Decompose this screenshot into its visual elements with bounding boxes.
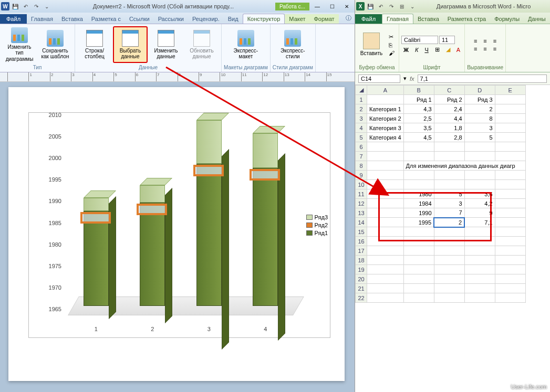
- spreadsheet-grid[interactable]: ◢ABCDE1Ряд 1Ряд 2Ряд 32Категория 14,32,4…: [355, 85, 550, 392]
- row-header[interactable]: 12: [356, 199, 367, 208]
- qat-undo-icon[interactable]: ↶: [21, 2, 30, 11]
- cell[interactable]: 5: [434, 189, 464, 199]
- underline-button[interactable]: Ч: [422, 46, 430, 54]
- col-header[interactable]: A: [367, 86, 404, 95]
- col-header[interactable]: C: [434, 86, 464, 95]
- cell[interactable]: [495, 284, 525, 293]
- cell[interactable]: [495, 199, 525, 208]
- row-header[interactable]: 1: [356, 95, 367, 104]
- cell[interactable]: Ряд 2: [434, 95, 464, 104]
- cell[interactable]: [434, 293, 464, 303]
- select-data-button[interactable]: Выбрать данные: [113, 26, 148, 63]
- cell[interactable]: 3: [434, 199, 464, 208]
- row-header[interactable]: 15: [356, 227, 367, 237]
- cell[interactable]: [403, 180, 434, 189]
- row-header[interactable]: 16: [356, 237, 367, 246]
- cell[interactable]: 5: [464, 133, 495, 142]
- cell[interactable]: [495, 123, 525, 133]
- row-header[interactable]: 10: [356, 180, 367, 189]
- cell[interactable]: [367, 246, 404, 256]
- cell[interactable]: [403, 284, 434, 293]
- row-header[interactable]: 20: [356, 274, 367, 284]
- quick-styles-button[interactable]: Экспресс-стили: [275, 26, 310, 63]
- row-header[interactable]: 13: [356, 208, 367, 218]
- change-chart-type-button[interactable]: Изменить тип диаграммы: [2, 26, 37, 63]
- cell[interactable]: [434, 246, 464, 256]
- cell[interactable]: 2,8: [434, 133, 464, 142]
- tab-view[interactable]: Вид: [224, 14, 243, 24]
- page[interactable]: 1965197019751980198519901995200020052010…: [8, 87, 345, 381]
- tab-chart-layout[interactable]: Макет: [285, 14, 309, 24]
- cell[interactable]: [464, 171, 495, 180]
- cell[interactable]: [367, 265, 404, 274]
- cell[interactable]: [403, 142, 434, 152]
- align-right-button[interactable]: ≡: [491, 45, 499, 52]
- qat-redo-icon[interactable]: ↷: [32, 2, 41, 11]
- name-box[interactable]: [358, 75, 400, 83]
- cell[interactable]: [434, 274, 464, 284]
- tab-page-layout[interactable]: Разметка стра: [443, 14, 490, 24]
- fill-color-button[interactable]: ◢: [444, 46, 452, 54]
- cell[interactable]: [403, 293, 434, 303]
- cell[interactable]: Категория 2: [367, 114, 404, 123]
- row-header[interactable]: 22: [356, 293, 367, 303]
- copy-button[interactable]: ⎘: [387, 41, 397, 49]
- cell[interactable]: [367, 284, 404, 293]
- qat-save-icon[interactable]: 💾: [11, 2, 20, 11]
- cell[interactable]: [367, 142, 404, 152]
- quick-layout-button[interactable]: Экспресс-макет: [229, 26, 263, 63]
- cell[interactable]: 1990: [403, 208, 434, 218]
- cell[interactable]: [464, 265, 495, 274]
- row-header[interactable]: 2: [356, 104, 367, 114]
- cell[interactable]: [464, 274, 495, 284]
- refresh-data-button[interactable]: Обновить данные: [184, 26, 219, 63]
- cell[interactable]: [434, 265, 464, 274]
- cell[interactable]: [403, 246, 434, 256]
- file-tab[interactable]: Файл: [355, 14, 382, 24]
- cell[interactable]: 4,4: [434, 114, 464, 123]
- cell[interactable]: [495, 104, 525, 114]
- tab-format[interactable]: Формат: [309, 14, 338, 24]
- save-template-button[interactable]: Сохранить как шаблон: [38, 26, 72, 63]
- cell[interactable]: [434, 237, 464, 246]
- cell[interactable]: [495, 237, 525, 246]
- row-header[interactable]: 5: [356, 133, 367, 142]
- row-header[interactable]: 19: [356, 265, 367, 274]
- cell[interactable]: 3,6: [464, 189, 495, 199]
- cell[interactable]: [367, 208, 404, 218]
- horizontal-ruler[interactable]: 123456789101112131415: [0, 72, 355, 82]
- col-header[interactable]: E: [495, 86, 525, 95]
- border-button[interactable]: ⊞: [433, 46, 442, 54]
- cell[interactable]: [403, 237, 434, 246]
- row-header[interactable]: 21: [356, 284, 367, 293]
- cell[interactable]: [367, 171, 404, 180]
- cell[interactable]: Категория 4: [367, 133, 404, 142]
- cell[interactable]: [464, 293, 495, 303]
- cell[interactable]: [495, 114, 525, 123]
- align-top-button[interactable]: ≡: [472, 37, 479, 45]
- tab-data[interactable]: Данны: [524, 14, 550, 24]
- cell[interactable]: 1984: [403, 199, 434, 208]
- col-header[interactable]: D: [464, 86, 495, 95]
- cell[interactable]: [464, 246, 495, 256]
- align-middle-button[interactable]: ≡: [481, 37, 489, 45]
- tab-home[interactable]: Главная: [27, 14, 57, 24]
- cell[interactable]: [495, 265, 525, 274]
- cell[interactable]: 3: [464, 123, 495, 133]
- qat-undo-icon[interactable]: ↶: [376, 2, 386, 11]
- cell[interactable]: 8: [464, 114, 495, 123]
- row-header[interactable]: 9: [356, 171, 367, 180]
- cell[interactable]: [434, 180, 464, 189]
- cell[interactable]: 2,4: [434, 104, 464, 114]
- cell[interactable]: 4,2: [464, 199, 495, 208]
- cell[interactable]: [434, 256, 464, 265]
- cell[interactable]: Для изменения диапазона данных диагр: [403, 161, 525, 171]
- tab-review[interactable]: Рецензир.: [188, 14, 224, 24]
- cell[interactable]: 7: [434, 208, 464, 218]
- edit-data-button[interactable]: Изменить данные: [149, 26, 183, 63]
- cell[interactable]: [403, 256, 434, 265]
- cell[interactable]: [367, 189, 404, 199]
- tab-references[interactable]: Ссылки: [125, 14, 154, 24]
- cell[interactable]: [495, 133, 525, 142]
- row-header[interactable]: 14: [356, 218, 367, 227]
